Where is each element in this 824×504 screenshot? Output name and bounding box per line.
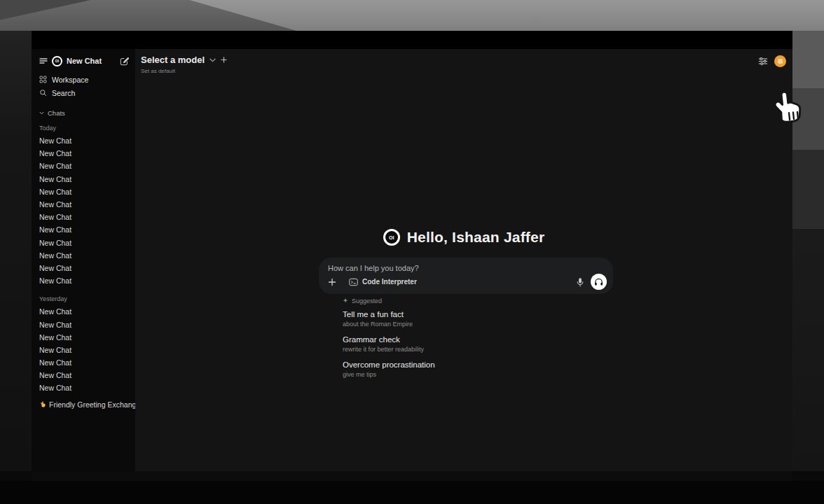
chat-item[interactable]: New Chat — [39, 356, 129, 369]
chevron-down-icon — [39, 111, 44, 115]
message-composer[interactable]: How can I help you today? Code Interpret… — [319, 258, 613, 294]
greeting-text: Hello, Ishaan Jaffer — [407, 229, 545, 246]
chat-item[interactable]: New Chat — [39, 186, 129, 198]
pinned-chat-title: Friendly Greeting Exchange — [49, 400, 135, 409]
suggested-prompt-title: Grammar check — [343, 335, 623, 344]
chat-item[interactable]: New Chat — [39, 274, 129, 287]
sidebar-title: New Chat — [67, 57, 116, 65]
set-as-default-link[interactable]: Set as default — [141, 68, 227, 74]
chat-item-friendly-greeting[interactable]: Friendly Greeting Exchange — [39, 398, 129, 411]
sliders-icon[interactable] — [758, 57, 768, 66]
wave-hand-icon — [39, 400, 46, 408]
suggested-prompt[interactable]: Overcome procrastination give me tips — [343, 360, 623, 379]
chat-item[interactable]: New Chat — [39, 382, 129, 394]
chat-item[interactable]: New Chat — [39, 211, 129, 223]
suggested-prompt[interactable]: Grammar check rewrite it for better read… — [343, 335, 623, 354]
chat-item[interactable]: New Chat — [39, 198, 129, 211]
desktop-background-left — [0, 31, 32, 471]
sidebar-item-workspace[interactable]: Workspace — [39, 73, 129, 86]
suggested-prompt-subtitle: about the Roman Empire — [343, 320, 623, 328]
chat-item[interactable]: New Chat — [39, 147, 129, 160]
section-label: Yesterday — [39, 295, 129, 303]
greeting-row: OI Hello, Ishaan Jaffer — [135, 229, 792, 246]
chat-item[interactable]: New Chat — [39, 305, 129, 318]
chats-section-toggle[interactable]: Chats — [39, 108, 129, 117]
chat-item[interactable]: New Chat — [39, 344, 129, 356]
menu-icon[interactable] — [39, 57, 48, 64]
squares-grid-icon — [39, 76, 47, 83]
plus-icon[interactable] — [221, 57, 227, 63]
avatar-placeholder-icon — [778, 59, 783, 64]
command-line-icon — [349, 278, 358, 286]
hand-cursor — [764, 85, 809, 132]
suggested-label: Suggested — [352, 298, 382, 304]
suggested-list: Tell me a fun fact about the Roman Empir… — [343, 310, 623, 379]
model-selector[interactable]: Select a model — [141, 55, 227, 65]
chat-item[interactable]: New Chat — [39, 369, 129, 382]
headphones-icon — [594, 278, 603, 286]
sidebar: OI New Chat Workspace Search Chats — [32, 49, 135, 471]
desktop-wedge — [0, 0, 824, 31]
app-window: OI New Chat Workspace Search Chats — [32, 31, 792, 471]
new-chat-pencil-square-icon[interactable] — [120, 57, 129, 66]
suggested-prompt-subtitle: give me tips — [343, 370, 623, 379]
chat-section-today: Today New ChatNew ChatNew ChatNew ChatNe… — [39, 124, 129, 287]
sparkle-icon — [343, 298, 348, 304]
code-interpreter-label: Code Interpreter — [362, 278, 417, 286]
section-label: Today — [39, 124, 129, 132]
sidebar-item-search[interactable]: Search — [39, 86, 129, 99]
desktop-background-top — [0, 0, 824, 31]
search-icon — [39, 89, 47, 97]
chat-item[interactable]: New Chat — [39, 134, 129, 147]
app-logo: OI — [383, 229, 400, 246]
chat-item[interactable]: New Chat — [39, 262, 129, 274]
search-label: Search — [52, 89, 75, 97]
code-interpreter-toggle[interactable]: Code Interpreter — [349, 278, 417, 286]
model-selector-label: Select a model — [141, 55, 205, 65]
voice-call-button[interactable] — [591, 274, 607, 290]
chat-item[interactable]: New Chat — [39, 160, 129, 172]
chat-item[interactable]: New Chat — [39, 237, 129, 249]
suggested-prompt-subtitle: rewrite it for better readability — [343, 345, 623, 354]
main-area: Select a model Set as default OI Hello, … — [135, 49, 792, 471]
chat-list-yesterday: New ChatNew ChatNew ChatNew ChatNew Chat… — [39, 305, 129, 394]
app-logo: OI — [52, 56, 62, 66]
suggested-prompt[interactable]: Tell me a fun fact about the Roman Empir… — [343, 310, 623, 328]
chat-item[interactable]: New Chat — [39, 331, 129, 344]
desktop-background-under-window — [32, 471, 792, 481]
chat-item[interactable]: New Chat — [39, 318, 129, 330]
window-titlebar — [32, 31, 792, 49]
plus-icon[interactable] — [328, 278, 336, 286]
suggested-section: Suggested Tell me a fun fact about the R… — [343, 297, 623, 386]
chevron-down-icon — [210, 58, 216, 62]
chat-item[interactable]: New Chat — [39, 223, 129, 236]
workspace-label: Workspace — [52, 76, 88, 84]
desktop-background-bottom-bar — [0, 481, 824, 504]
microphone-icon[interactable] — [576, 277, 584, 287]
chat-item[interactable]: New Chat — [39, 249, 129, 262]
message-input[interactable]: How can I help you today? — [328, 264, 604, 272]
chat-section-yesterday: Yesterday New ChatNew ChatNew ChatNew Ch… — [39, 295, 129, 394]
suggested-prompt-title: Tell me a fun fact — [343, 310, 623, 319]
user-avatar[interactable] — [774, 55, 786, 67]
suggested-prompt-title: Overcome procrastination — [343, 360, 623, 370]
chat-list-today: New ChatNew ChatNew ChatNew ChatNew Chat… — [39, 134, 129, 287]
chat-item[interactable]: New Chat — [39, 173, 129, 186]
